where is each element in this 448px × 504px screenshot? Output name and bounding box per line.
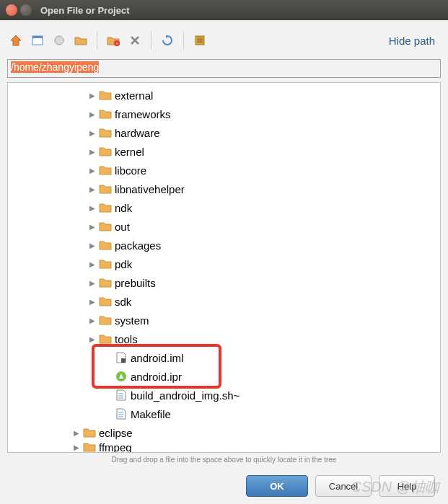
- hide-path-link[interactable]: Hide path: [389, 35, 441, 47]
- folder-icon: [99, 164, 112, 176]
- svg-text:+: +: [115, 41, 118, 46]
- expand-icon[interactable]: ▶: [71, 443, 82, 451]
- tree-label: libcore: [115, 164, 146, 177]
- expand-icon[interactable]: ▶: [87, 242, 97, 249]
- light-icon[interactable]: [50, 32, 68, 49]
- tree-folder-item[interactable]: ▶kernel: [8, 142, 440, 161]
- path-input-value: /home/zhangyipeng: [11, 61, 99, 73]
- tree-label: frameworks: [115, 108, 171, 120]
- folder-icon: [83, 427, 96, 438]
- tree-folder-item[interactable]: ▶ffmpeg: [8, 442, 440, 452]
- folder-icon: [99, 202, 112, 213]
- file-tree[interactable]: ▶external▶frameworks▶hardware▶kernel▶lib…: [7, 82, 441, 453]
- tree-label: ndk: [115, 202, 132, 214]
- svg-point-2: [55, 36, 63, 45]
- tree-folder-item[interactable]: ▶sdk: [8, 292, 440, 311]
- new-folder-icon[interactable]: [72, 32, 89, 49]
- tree-label: system: [115, 314, 149, 327]
- folder-icon: [99, 333, 112, 345]
- file-icon: [115, 407, 128, 420]
- tree-label: external: [115, 89, 153, 102]
- refresh-icon[interactable]: [159, 32, 176, 49]
- tree-label: packages: [115, 239, 161, 252]
- toolbar: + Hide path: [7, 27, 441, 53]
- new-folder-plus-icon[interactable]: +: [105, 32, 122, 49]
- tree-label: prebuilts: [115, 277, 156, 289]
- tree-label: hardware: [115, 127, 160, 139]
- expand-icon[interactable]: ▶: [87, 185, 97, 193]
- delete-icon[interactable]: [126, 32, 144, 49]
- close-icon[interactable]: [6, 4, 17, 16]
- svg-rect-1: [32, 36, 43, 38]
- tree-file-item[interactable]: build_android_img.sh~: [8, 386, 440, 404]
- expand-icon[interactable]: ▶: [87, 129, 97, 137]
- expand-icon[interactable]: ▶: [87, 167, 97, 174]
- ok-button[interactable]: OK: [246, 475, 308, 497]
- cancel-button[interactable]: Cancel: [315, 475, 372, 497]
- folder-icon: [99, 277, 112, 288]
- file-icon[interactable]: [29, 32, 46, 49]
- tree-label: android.iml: [131, 352, 183, 364]
- tree-folder-item[interactable]: ▶out: [8, 217, 440, 236]
- expand-icon[interactable]: ▶: [87, 279, 97, 287]
- tree-file-item[interactable]: android.ipr: [8, 367, 440, 386]
- expand-icon[interactable]: ▶: [87, 148, 97, 156]
- tree-folder-item[interactable]: ▶hardware: [8, 123, 440, 142]
- tree-label: android.ipr: [131, 371, 182, 383]
- tree-label: pdk: [115, 258, 132, 270]
- tree-file-item[interactable]: Makefile: [8, 404, 440, 423]
- file-icon: [115, 389, 128, 402]
- tree-folder-item[interactable]: ▶ndk: [8, 198, 440, 217]
- folder-icon: [99, 314, 112, 326]
- help-button[interactable]: Help: [379, 475, 435, 497]
- tree-label: eclipse: [99, 427, 133, 439]
- folder-icon: [99, 127, 112, 138]
- tree-label: kernel: [115, 146, 144, 158]
- expand-icon[interactable]: ▶: [87, 223, 97, 231]
- expand-icon[interactable]: ▶: [87, 298, 97, 306]
- tree-folder-item[interactable]: ▶libnativehelper: [8, 180, 440, 198]
- expand-icon[interactable]: ▶: [87, 335, 97, 343]
- tree-folder-item[interactable]: ▶external: [8, 86, 440, 105]
- tree-folder-item[interactable]: ▶system: [8, 311, 440, 330]
- window-title: Open File or Project: [40, 5, 130, 16]
- tree-label: libnativehelper: [115, 183, 185, 195]
- separator: [183, 32, 184, 49]
- file-icon: [115, 351, 128, 364]
- folder-icon: [99, 221, 112, 232]
- folder-icon: [99, 89, 112, 101]
- module-icon[interactable]: [191, 32, 208, 49]
- home-icon[interactable]: [7, 32, 25, 49]
- folder-icon: [99, 183, 112, 195]
- expand-icon[interactable]: ▶: [87, 110, 97, 118]
- expand-icon[interactable]: ▶: [87, 260, 97, 268]
- titlebar: Open File or Project: [0, 0, 448, 20]
- tree-folder-item[interactable]: ▶tools: [8, 330, 440, 348]
- folder-icon: [83, 442, 96, 452]
- expand-icon[interactable]: ▶: [71, 429, 82, 437]
- svg-rect-7: [121, 358, 126, 363]
- separator: [151, 32, 151, 49]
- expand-icon[interactable]: ▶: [87, 204, 97, 212]
- tree-folder-item[interactable]: ▶frameworks: [8, 105, 440, 123]
- tree-folder-item[interactable]: ▶pdk: [8, 255, 440, 273]
- folder-icon: [99, 108, 112, 120]
- tree-label: tools: [115, 333, 138, 345]
- folder-icon: [99, 146, 112, 157]
- svg-rect-6: [197, 37, 203, 43]
- tree-label: sdk: [115, 296, 131, 308]
- minimize-icon[interactable]: [20, 4, 32, 16]
- dialog-buttons: OK Cancel Help: [7, 467, 441, 497]
- tree-folder-item[interactable]: ▶prebuilts: [8, 273, 440, 292]
- expand-icon[interactable]: ▶: [87, 317, 97, 324]
- tree-folder-item[interactable]: ▶packages: [8, 236, 440, 255]
- tree-label: build_android_img.sh~: [131, 389, 240, 402]
- tree-folder-item[interactable]: ▶libcore: [8, 161, 440, 180]
- separator: [97, 32, 97, 49]
- expand-icon[interactable]: ▶: [87, 92, 97, 100]
- tree-folder-item[interactable]: ▶eclipse: [8, 423, 440, 442]
- path-input[interactable]: /home/zhangyipeng: [7, 59, 441, 78]
- tree-label: out: [115, 221, 130, 233]
- folder-icon: [99, 239, 112, 251]
- tree-file-item[interactable]: android.iml: [8, 348, 440, 367]
